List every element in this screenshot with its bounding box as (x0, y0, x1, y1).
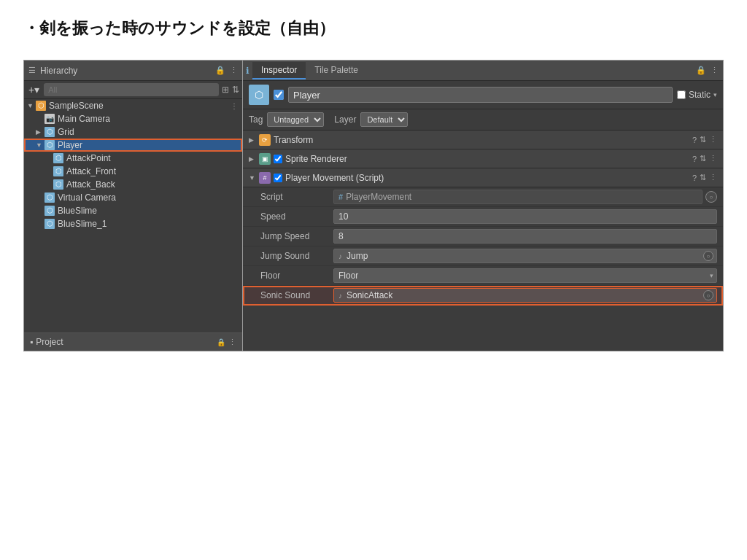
player-label: Player (58, 140, 82, 150)
scene-label: SampleScene (49, 101, 104, 111)
attack-back-icon: ⬡ (53, 179, 63, 190)
layer-select[interactable]: Default (360, 112, 408, 127)
sonic-sound-circle-btn[interactable]: ○ (703, 290, 713, 300)
blueslime1-label: BlueSlime_1 (58, 219, 107, 229)
object-icon: ⬡ (249, 85, 269, 105)
grid-triangle: ▶ (36, 128, 43, 136)
tag-label: Tag (249, 114, 263, 125)
hierarchy-item-blueslime[interactable]: ⬡ BlueSlime (24, 204, 242, 217)
jump-speed-value[interactable]: 8 (333, 229, 717, 244)
sonic-sound-value-text: SonicAttack (347, 290, 392, 300)
camera-label: Main Camera (58, 114, 110, 124)
attack-front-icon: ⬡ (53, 166, 63, 176)
scene-icon: ⬡ (36, 101, 46, 111)
sprite-triangle: ▶ (249, 155, 256, 163)
script-circle-btn[interactable]: ○ (705, 191, 717, 203)
hierarchy-header: ☰ Hierarchy 🔒 ⋮ (24, 61, 242, 81)
inspector-body: ▶ ⟳ Transform ? ⇅ ⋮ ▶ ▣ Sprite Renderer … (243, 131, 723, 351)
floor-value-text: Floor (338, 271, 358, 281)
project-bar[interactable]: ▪ Project 🔒 ⋮ (24, 332, 242, 351)
property-script: Script # PlayerMovement ○ (243, 187, 723, 207)
scene-row-samplescene[interactable]: ▼ ⬡ SampleScene ⋮ (24, 99, 242, 112)
jump-speed-label: Jump Speed (260, 231, 333, 241)
hierarchy-title: Hierarchy (40, 66, 211, 76)
grid-icon: ⬡ (44, 127, 55, 137)
attack-back-label: Attack_Back (66, 179, 115, 190)
transform-menu-icon[interactable]: ⋮ (709, 135, 717, 144)
script-active-checkbox[interactable] (274, 174, 282, 182)
component-transform-header[interactable]: ▶ ⟳ Transform ? ⇅ ⋮ (243, 131, 723, 149)
page-title: ・剣を振った時のサウンドを設定（自由） (0, 0, 747, 51)
sonic-sound-label: Sonic Sound (260, 290, 333, 300)
transform-icon: ⟳ (259, 134, 271, 146)
hierarchy-item-main-camera[interactable]: 📷 Main Camera (24, 112, 242, 125)
property-jump-sound: Jump Sound ♪ Jump ○ (243, 246, 723, 266)
sprite-active-checkbox[interactable] (274, 155, 282, 163)
hierarchy-item-virtual-camera[interactable]: ⬡ Virtual Camera (24, 191, 242, 204)
project-more-icon[interactable]: ⋮ (228, 338, 236, 347)
scene-settings-icon[interactable]: ⋮ (231, 102, 238, 110)
hierarchy-item-player[interactable]: ▼ ⬡ Player (24, 139, 242, 152)
layer-label: Layer (334, 114, 356, 125)
transform-help-icon[interactable]: ? (692, 136, 697, 144)
tab-tile-palette[interactable]: Tile Palette (306, 62, 367, 79)
tab-inspector[interactable]: Inspector (252, 62, 306, 79)
object-active-checkbox[interactable] (274, 90, 284, 100)
add-object-button[interactable]: +▾ (27, 84, 41, 96)
hierarchy-more-icon[interactable]: ⋮ (230, 66, 238, 75)
jump-sound-value[interactable]: ♪ Jump ○ (333, 249, 717, 263)
floor-value[interactable]: Floor ▾ (333, 268, 717, 283)
static-dropdown-arrow[interactable]: ▾ (713, 91, 717, 98)
tag-select[interactable]: Untagged (267, 112, 324, 127)
script-settings-icon[interactable]: ⇅ (700, 173, 706, 182)
sprite-menu-icon[interactable]: ⋮ (709, 154, 717, 163)
inspector-lock-icon[interactable]: 🔒 (693, 66, 709, 75)
project-label: Project (36, 337, 63, 347)
sprite-name: Sprite Renderer (285, 154, 689, 164)
sonic-music-icon: ♪ (338, 292, 342, 300)
hierarchy-lock-icon[interactable]: 🔒 (215, 66, 225, 75)
floor-dropdown-arrow: ▾ (710, 272, 713, 279)
sprite-help-icon[interactable]: ? (692, 155, 697, 163)
speed-label: Speed (260, 211, 333, 222)
jump-sound-label: Jump Sound (260, 251, 333, 261)
player-icon: ⬡ (44, 140, 55, 150)
hierarchy-grid-icon[interactable]: ⊞ (222, 85, 229, 95)
project-folder-icon: ▪ (30, 337, 33, 347)
transform-settings-icon[interactable]: ⇅ (700, 135, 706, 144)
sprite-icon: ▣ (259, 153, 271, 165)
grid-label: Grid (58, 127, 74, 137)
hierarchy-item-grid[interactable]: ▶ ⬡ Grid (24, 125, 242, 139)
sprite-settings-icon[interactable]: ⇅ (700, 154, 706, 163)
script-prop-label: Script (260, 192, 333, 202)
inspector-more-icon[interactable]: ⋮ (709, 66, 723, 75)
script-help-icon[interactable]: ? (692, 174, 697, 182)
attack-front-label: Attack_Front (66, 166, 116, 176)
hierarchy-item-attackpoint[interactable]: ⬡ AttackPoint (24, 152, 242, 165)
static-checkbox[interactable] (677, 90, 686, 99)
component-script-header[interactable]: ▼ # Player Movement (Script) ? ⇅ ⋮ (243, 168, 723, 187)
transform-triangle: ▶ (249, 136, 256, 144)
script-menu-icon[interactable]: ⋮ (709, 173, 717, 182)
speed-value-text: 10 (338, 211, 348, 222)
hierarchy-search-input[interactable] (44, 83, 219, 96)
attackpoint-icon: ⬡ (53, 153, 63, 163)
speed-value[interactable]: 10 (333, 209, 717, 224)
hierarchy-item-attack-back[interactable]: ⬡ Attack_Back (24, 178, 242, 191)
property-jump-speed: Jump Speed 8 (243, 227, 723, 246)
inspector-info-icon: ℹ (243, 66, 252, 76)
script-prop-value: # PlayerMovement (333, 190, 703, 204)
inspector-panel: ℹ Inspector Tile Palette 🔒 ⋮ ⬡ Static ▾ … (243, 61, 723, 351)
component-sprite-header[interactable]: ▶ ▣ Sprite Renderer ? ⇅ ⋮ (243, 149, 723, 168)
hierarchy-item-attack-front[interactable]: ⬡ Attack_Front (24, 165, 242, 178)
hierarchy-menu-icon: ☰ (28, 66, 36, 75)
hierarchy-item-blueslime1[interactable]: ⬡ BlueSlime_1 (24, 217, 242, 230)
jump-sound-circle-btn[interactable]: ○ (703, 251, 713, 261)
inspector-object-header: ⬡ Static ▾ (243, 81, 723, 109)
object-name-input[interactable] (288, 87, 673, 103)
sonic-sound-value[interactable]: ♪ SonicAttack ○ (333, 288, 717, 303)
hierarchy-sort-icon[interactable]: ⇅ (232, 85, 239, 95)
player-triangle: ▼ (36, 141, 43, 149)
hierarchy-content: ▼ ⬡ SampleScene ⋮ 📷 Main Camera ▶ ⬡ Grid… (24, 99, 242, 332)
blueslime-label: BlueSlime (58, 206, 97, 216)
